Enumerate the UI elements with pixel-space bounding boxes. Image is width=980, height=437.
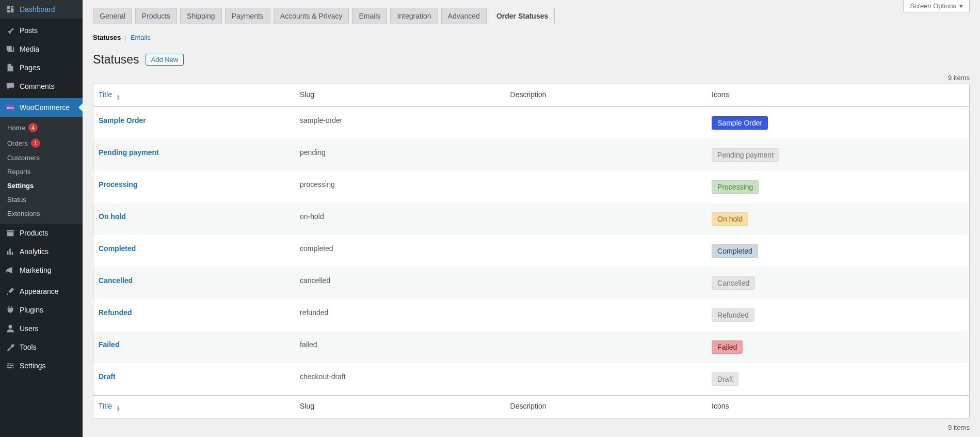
cell-slug: cancelled — [295, 267, 505, 299]
tablenav-bottom: 9 items — [93, 424, 970, 431]
screen-options-button[interactable]: Screen Options ▾ — [903, 0, 970, 12]
status-title-link[interactable]: Processing — [99, 180, 137, 189]
cell-icons: Draft — [706, 363, 969, 396]
collapse-menu[interactable]: Collapse menu — [0, 433, 83, 437]
table-body: Sample Ordersample-orderSample OrderPend… — [93, 107, 970, 396]
sidebar-item-users[interactable]: Users — [0, 319, 83, 338]
archive-icon — [5, 228, 15, 238]
cell-title: Completed — [93, 235, 295, 267]
status-pill: On hold — [712, 212, 748, 226]
cell-description — [505, 235, 707, 267]
sidebar-item-label: Pages — [20, 64, 40, 72]
tab-payments[interactable]: Payments — [225, 8, 270, 24]
submenu-extensions[interactable]: Extensions — [0, 207, 83, 221]
submenu-label: Orders — [7, 139, 28, 147]
cell-icons: Refunded — [706, 299, 969, 331]
status-title-link[interactable]: Refunded — [99, 308, 132, 317]
sidebar-item-posts[interactable]: Posts — [0, 21, 83, 40]
table-row: On holdon-holdOn hold — [93, 203, 970, 235]
sidebar-item-label: Analytics — [20, 247, 49, 256]
submenu-label: Reports — [7, 168, 31, 176]
sidebar-item-marketing[interactable]: Marketing — [0, 261, 83, 279]
cell-slug: refunded — [295, 299, 505, 331]
main-content: Screen Options ▾ General Products Shippi… — [83, 0, 980, 437]
sidebar-item-label: WooCommerce — [20, 103, 70, 112]
status-pill: Completed — [712, 244, 758, 258]
sidebar-item-tools[interactable]: Tools — [0, 338, 83, 356]
svg-text:woo: woo — [7, 106, 14, 110]
tab-accounts-privacy[interactable]: Accounts & Privacy — [274, 8, 349, 24]
table-row: Draftcheckout-draftDraft — [93, 363, 970, 396]
cell-slug: completed — [295, 235, 505, 267]
cell-description — [505, 299, 707, 331]
sidebar-item-pages[interactable]: Pages — [0, 58, 83, 77]
cell-title: Refunded — [93, 299, 295, 331]
submenu-customers[interactable]: Customers — [0, 151, 83, 165]
sidebar-item-comments[interactable]: Comments — [0, 77, 83, 96]
item-count: 9 items — [948, 424, 970, 431]
table-row: ProcessingprocessingProcessing — [93, 171, 970, 203]
sidebar-item-label: Comments — [20, 82, 55, 90]
status-title-link[interactable]: Sample Order — [99, 116, 146, 124]
tab-shipping[interactable]: Shipping — [180, 8, 222, 24]
cell-title: Processing — [93, 171, 295, 203]
tab-order-statuses[interactable]: Order Statuses — [490, 8, 555, 24]
sidebar-item-label: Tools — [20, 343, 37, 351]
status-title-link[interactable]: Pending payment — [99, 148, 159, 157]
cell-title: Cancelled — [93, 267, 295, 299]
table-row: CompletedcompletedCompleted — [93, 235, 970, 267]
submenu-home[interactable]: Home 4 — [0, 120, 83, 135]
badge-count: 4 — [28, 123, 38, 132]
table-row: Pending paymentpendingPending payment — [93, 139, 970, 171]
status-title-link[interactable]: Completed — [99, 244, 136, 253]
sidebar-item-label: Plugins — [20, 306, 43, 314]
sidebar-item-appearance[interactable]: Appearance — [0, 282, 83, 301]
cell-icons: On hold — [706, 203, 969, 235]
sidebar-item-dashboard[interactable]: Dashboard — [0, 0, 83, 19]
sidebar-item-woocommerce[interactable]: woo WooCommerce — [0, 98, 83, 117]
subtab-emails[interactable]: Emails — [131, 34, 151, 41]
column-title-footer[interactable]: Title ▲▼ — [93, 396, 295, 418]
column-slug-footer: Slug — [295, 396, 505, 418]
sidebar-item-analytics[interactable]: Analytics — [0, 242, 83, 261]
cell-icons: Processing — [706, 171, 969, 203]
cell-description — [505, 139, 707, 171]
sidebar-item-media[interactable]: Media — [0, 40, 83, 58]
cell-icons: Completed — [706, 235, 969, 267]
submenu-orders[interactable]: Orders 1 — [0, 135, 83, 151]
cell-slug: checkout-draft — [295, 363, 505, 396]
cell-icons: Failed — [706, 331, 969, 363]
cell-title: Failed — [93, 331, 295, 363]
sidebar-item-settings[interactable]: Settings — [0, 356, 83, 375]
add-new-button[interactable]: Add New — [146, 54, 184, 66]
submenu-settings[interactable]: Settings — [0, 179, 83, 193]
status-title-link[interactable]: Failed — [99, 340, 119, 349]
cell-slug: sample-order — [295, 107, 505, 139]
cell-icons: Sample Order — [706, 107, 969, 139]
user-icon — [5, 323, 15, 334]
subtab-statuses[interactable]: Statuses — [93, 34, 121, 41]
status-pill: Pending payment — [712, 148, 779, 162]
tab-general[interactable]: General — [93, 8, 132, 24]
tab-products[interactable]: Products — [135, 8, 177, 24]
status-title-link[interactable]: Cancelled — [99, 276, 133, 285]
column-title-header[interactable]: Title ▲▼ — [93, 84, 295, 107]
tab-advanced[interactable]: Advanced — [441, 8, 487, 24]
tab-emails[interactable]: Emails — [352, 8, 387, 24]
submenu-status[interactable]: Status — [0, 193, 83, 207]
sidebar-item-products[interactable]: Products — [0, 224, 83, 242]
chevron-down-icon: ▾ — [959, 2, 963, 10]
status-pill: Draft — [712, 372, 738, 386]
cell-slug: on-hold — [295, 203, 505, 235]
status-title-link[interactable]: On hold — [99, 212, 126, 221]
status-title-link[interactable]: Draft — [99, 372, 116, 381]
tab-integration[interactable]: Integration — [390, 8, 438, 24]
wrench-icon — [5, 342, 15, 352]
page-icon — [5, 63, 15, 73]
sidebar-item-plugins[interactable]: Plugins — [0, 301, 83, 319]
cell-description — [505, 107, 707, 139]
sidebar-item-label: Products — [20, 229, 48, 237]
chart-icon — [5, 246, 15, 257]
sub-tabs: Statuses | Emails — [93, 34, 970, 41]
submenu-reports[interactable]: Reports — [0, 165, 83, 179]
